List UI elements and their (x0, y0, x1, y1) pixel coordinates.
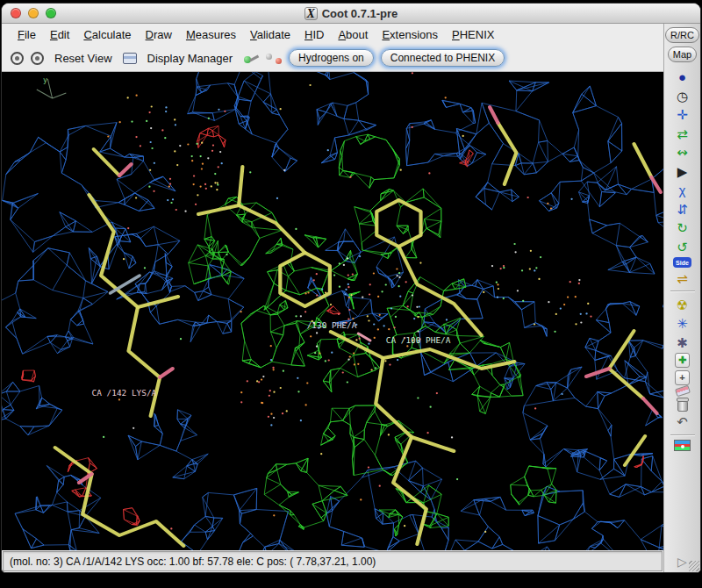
status-text: (mol. no: 3) CA /1/A/142 LYS occ: 1.00 b… (10, 556, 376, 568)
menu-hid[interactable]: HID (297, 25, 331, 44)
right-panel: R/RC Map ●◷✛⇄↭▶χ⇵↻↺Side⇌☢✳✱✚+↶ ▷ (663, 24, 700, 572)
display-manager-icon (123, 53, 137, 64)
display-manager-button[interactable]: Display Manager (144, 50, 237, 67)
app-window: X Coot 0.7.1-pre FileEditCalculateDrawMe… (1, 3, 701, 573)
menu-measures[interactable]: Measures (179, 25, 243, 44)
delete-item-icon[interactable] (677, 400, 688, 412)
menu-calculate[interactable]: Calculate (76, 25, 138, 44)
flip-peptide-icon[interactable]: ⇵ (672, 201, 693, 218)
radiation-refine-icon[interactable]: ☢ (672, 297, 693, 313)
window-title: X Coot 0.7.1-pre (2, 7, 700, 20)
svg-text:y: y (43, 75, 47, 84)
eraser-icon[interactable] (675, 385, 691, 398)
menu-draw[interactable]: Draw (139, 25, 179, 44)
reset-view-button[interactable]: Reset View (51, 50, 116, 67)
chi-angles-icon[interactable]: χ (672, 182, 693, 198)
menu-extensions[interactable]: Extensions (375, 25, 445, 44)
window-controls (11, 8, 56, 18)
rotate-translate-icon[interactable]: ⇄ (672, 125, 693, 142)
titlebar[interactable]: X Coot 0.7.1-pre (2, 4, 700, 24)
gl-canvas-svg[interactable]: y/130 PHE/ACA /100 PHE/ACA /142 LYS/A (2, 72, 663, 550)
flag-icon[interactable] (674, 440, 691, 451)
map-button[interactable]: Map (668, 47, 697, 62)
rotamer-icon[interactable]: ↻ (672, 219, 693, 236)
ball-and-stick-icon[interactable] (243, 52, 259, 64)
rrc-button[interactable]: R/RC (665, 27, 699, 43)
auto-fit-rotamer-icon[interactable]: ↺ (672, 239, 693, 255)
add-alt-conf-icon[interactable]: ✱ (672, 334, 693, 351)
sphere-icon[interactable]: ● (672, 68, 693, 85)
zoom-button[interactable] (46, 8, 56, 18)
add-residue-icon[interactable]: ✚ (675, 353, 690, 368)
statusbar: (mol. no: 3) CA /1/A/142 LYS occ: 1.00 b… (3, 551, 663, 571)
spin-play-cell: ▷ (664, 551, 700, 572)
x11-app-icon: X (304, 7, 318, 20)
mutate-icon[interactable]: ✳ (672, 315, 693, 332)
torsion-edit-icon[interactable]: ↭ (672, 144, 693, 161)
resize-grip[interactable] (689, 561, 699, 571)
svg-text:/130 PHE/A: /130 PHE/A (307, 320, 357, 330)
svg-text:CA /142 LYS/A: CA /142 LYS/A (92, 388, 157, 398)
minimize-button[interactable] (28, 8, 39, 18)
side-chain-180-icon[interactable]: Side (673, 257, 692, 268)
toolbar-circle-icon-1[interactable] (11, 52, 24, 65)
svg-text:CA /100 PHE/A: CA /100 PHE/A (386, 335, 451, 345)
menu-validate[interactable]: Validate (243, 25, 297, 44)
right-toolbar: ●◷✛⇄↭▶χ⇵↻↺Side⇌☢✳✱✚+↶ (664, 68, 700, 551)
menu-edit[interactable]: Edit (43, 25, 76, 44)
place-atom-icon[interactable]: + (675, 370, 690, 385)
menu-phenix[interactable]: PHENIX (445, 25, 501, 44)
menu-file[interactable]: File (11, 25, 43, 44)
bond-atoms-icon[interactable] (266, 52, 282, 64)
toolbar-circle-icon-2[interactable] (31, 52, 44, 65)
undo-icon[interactable]: ↶ (672, 413, 693, 430)
close-button[interactable] (11, 8, 21, 18)
hydrogens-toggle-button[interactable]: Hydrogens on (289, 49, 374, 67)
separator (670, 434, 695, 436)
window-title-text: Coot 0.7.1-pre (322, 7, 398, 20)
move-atoms-icon[interactable]: ✛ (672, 106, 693, 123)
jed-flip-icon[interactable]: ⇌ (672, 270, 693, 287)
gl-canvas[interactable]: y/130 PHE/ACA /100 PHE/ACA /142 LYS/A (2, 72, 663, 550)
clock-icon[interactable]: ◷ (672, 88, 693, 104)
main-toolbar: Reset View Display Manager Hydrogens on … (2, 45, 663, 72)
phenix-connection-button[interactable]: Connected to PHENIX (381, 49, 505, 67)
play-icon[interactable]: ▷ (677, 555, 687, 569)
menubar: FileEditCalculateDrawMeasuresValidateHID… (2, 24, 663, 45)
real-space-refine-icon[interactable]: ▶ (672, 163, 693, 180)
separator (670, 290, 695, 292)
menu-about[interactable]: About (331, 25, 375, 44)
